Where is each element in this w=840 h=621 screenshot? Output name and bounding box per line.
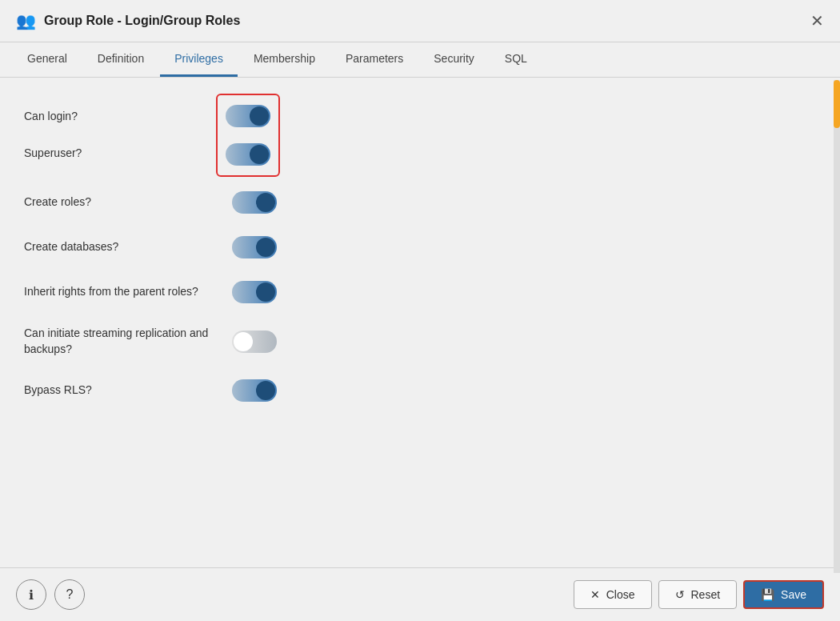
label-inherit-rights: Inherit rights from the parent roles? — [24, 284, 216, 300]
toggle-create-databases[interactable] — [232, 236, 277, 258]
tab-security[interactable]: Security — [419, 42, 489, 77]
save-button[interactable]: 💾 Save — [743, 580, 824, 609]
highlighted-toggles — [216, 94, 280, 177]
toggle-create-roles[interactable] — [232, 191, 277, 214]
scrollbar-track — [834, 80, 840, 573]
info-button[interactable]: ℹ — [16, 579, 46, 610]
close-button[interactable]: ✕ Close — [574, 580, 652, 609]
dialog: 👥 Group Role - Login/Group Roles ✕ Gener… — [0, 0, 840, 621]
row-create-databases: Create databases? — [24, 225, 816, 270]
label-bypass-rls: Bypass RLS? — [24, 383, 216, 399]
footer-right: ✕ Close ↺ Reset 💾 Save — [574, 580, 824, 609]
label-create-databases: Create databases? — [24, 239, 216, 255]
window-close-button[interactable]: ✕ — [810, 13, 824, 29]
label-create-roles: Create roles? — [24, 194, 216, 210]
reset-label: Reset — [691, 588, 721, 601]
tab-sql[interactable]: SQL — [490, 42, 542, 77]
toggle-streaming-replication[interactable] — [232, 331, 277, 353]
label-streaming-replication: Can initiate streaming replication and b… — [24, 326, 216, 357]
row-inherit-rights: Inherit rights from the parent roles? — [24, 270, 816, 315]
save-label: Save — [781, 588, 806, 601]
tab-parameters[interactable]: Parameters — [331, 42, 418, 77]
toggle-can-login[interactable] — [226, 105, 270, 127]
content-area: Can login? Superuser? — [0, 78, 840, 567]
label-can-login: Can login? — [24, 99, 216, 134]
can-login-row — [226, 98, 270, 134]
help-button[interactable]: ? — [54, 579, 85, 610]
row-bypass-rls: Bypass RLS? — [24, 368, 816, 413]
row-streaming-replication: Can initiate streaming replication and b… — [24, 315, 816, 368]
superuser-row — [226, 137, 270, 172]
toggle-superuser[interactable] — [226, 143, 270, 166]
window-title: Group Role - Login/Group Roles — [44, 14, 240, 28]
tab-definition[interactable]: Definition — [83, 42, 158, 77]
close-label: Close — [606, 588, 635, 601]
save-icon: 💾 — [761, 588, 774, 601]
label-superuser: Superuser? — [24, 136, 216, 171]
close-icon: ✕ — [590, 588, 600, 601]
row-create-roles: Create roles? — [24, 180, 816, 225]
group-role-icon: 👥 — [16, 11, 36, 30]
toggle-bypass-rls[interactable] — [232, 379, 277, 402]
footer-left: ℹ ? — [16, 579, 85, 610]
scrollbar-thumb[interactable] — [834, 80, 840, 128]
tab-privileges[interactable]: Privileges — [160, 42, 238, 77]
title-bar: 👥 Group Role - Login/Group Roles ✕ — [0, 0, 840, 42]
tab-general[interactable]: General — [13, 42, 82, 77]
reset-button[interactable]: ↺ Reset — [658, 580, 738, 609]
tab-bar: General Definition Privileges Membership… — [0, 42, 840, 78]
reset-icon: ↺ — [675, 588, 685, 601]
tab-membership[interactable]: Membership — [239, 42, 330, 77]
toggle-inherit-rights[interactable] — [232, 281, 277, 303]
footer: ℹ ? ✕ Close ↺ Reset 💾 Save — [0, 567, 840, 621]
title-bar-left: 👥 Group Role - Login/Group Roles — [16, 11, 240, 30]
